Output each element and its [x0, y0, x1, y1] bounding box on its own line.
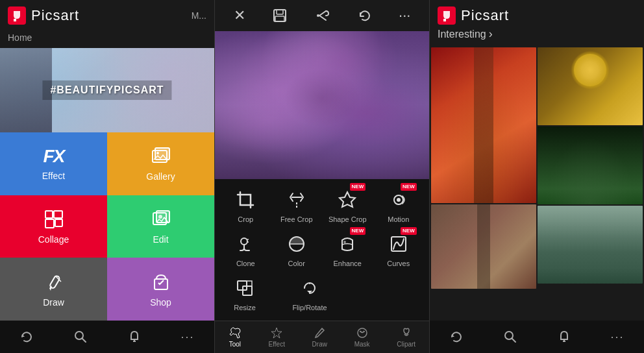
tool-motion[interactable]: NEW Motion	[379, 187, 418, 223]
editor-bottom-tabs: Tool Effect Draw Mask	[215, 321, 429, 353]
tool-shape-crop[interactable]: NEW Shape Crop	[328, 187, 367, 223]
curves-label: Curves	[387, 260, 410, 267]
tile-draw[interactable]: Draw	[0, 258, 107, 321]
svg-point-27	[241, 238, 247, 245]
tab-draw-label: Draw	[312, 341, 327, 348]
tile-shop[interactable]: Shop	[107, 258, 214, 321]
photo-train-tracks[interactable]	[431, 204, 536, 289]
tab-clipart[interactable]: Clipart	[397, 326, 415, 348]
home-header: Picsart M...	[0, 0, 214, 31]
picsart-logo-interesting	[438, 6, 456, 25]
svg-line-41	[512, 339, 516, 343]
bell-icon-interesting[interactable]	[557, 330, 571, 344]
svg-point-10	[158, 215, 162, 219]
tool-curves[interactable]: NEW Curves	[379, 231, 418, 267]
tile-collage[interactable]: Collage	[0, 195, 107, 258]
resize-label: Resize	[234, 304, 256, 311]
panel-interesting: Picsart Interesting ›	[430, 0, 644, 353]
home-banner: #BEAUTIFYPICSART	[0, 48, 214, 132]
photo-forest-dark[interactable]	[538, 127, 643, 204]
free-crop-label: Free Crop	[280, 215, 313, 223]
svg-point-3	[156, 152, 159, 154]
editor-toolbar: ✕ ···	[215, 0, 429, 31]
share-icon[interactable]	[314, 8, 330, 23]
curves-new-badge: NEW	[401, 227, 417, 235]
interesting-section-label: Interesting ›	[430, 27, 644, 46]
editor-more-icon[interactable]: ···	[399, 7, 410, 24]
svg-marker-24	[340, 192, 355, 207]
shape-crop-icon-wrap: NEW	[334, 187, 360, 213]
app-title-home: Picsart	[31, 7, 79, 24]
tab-effect-label: Effect	[269, 341, 285, 348]
banner-text: #BEAUTIFYPICSART	[42, 80, 171, 100]
crop-icon-wrap	[232, 187, 258, 213]
photo-foggy-forest[interactable]	[538, 206, 643, 284]
search-icon[interactable]	[73, 330, 88, 344]
tab-tool[interactable]: Tool	[229, 326, 242, 348]
tool-clone[interactable]: Clone	[226, 231, 265, 267]
save-icon[interactable]	[272, 8, 288, 23]
grid-col-left	[431, 47, 536, 319]
flower-overlay	[215, 31, 429, 179]
tab-tool-label: Tool	[229, 341, 241, 348]
picsart-logo	[8, 6, 26, 25]
draw-icon	[43, 271, 65, 293]
clipart-tab-icon	[400, 326, 413, 339]
tab-effect[interactable]: Effect	[269, 326, 285, 348]
enhance-label: Enhance	[334, 260, 362, 267]
clone-icon-wrap	[232, 231, 258, 257]
tool-resize[interactable]: Resize	[225, 275, 264, 311]
tool-free-crop[interactable]: Free Crop	[277, 187, 316, 223]
tile-gallery[interactable]: Gallery	[107, 132, 214, 195]
editor-canvas	[215, 31, 429, 179]
interesting-text: Interesting	[438, 29, 486, 40]
shape-crop-new-badge: NEW	[350, 183, 366, 191]
tile-effect[interactable]: FX Effect	[0, 132, 107, 195]
tile-edit[interactable]: Edit	[107, 195, 214, 258]
color-icon-wrap	[284, 231, 310, 257]
color-label: Color	[288, 260, 305, 267]
tool-tab-icon	[229, 326, 242, 339]
flip-rotate-icon-wrap	[297, 275, 323, 301]
svg-rect-0	[14, 19, 16, 21]
more-icon[interactable]: ···	[181, 330, 195, 344]
tab-mask[interactable]: Mask	[354, 326, 370, 348]
motion-icon-wrap: NEW	[386, 187, 412, 213]
tool-enhance[interactable]: NEW Enhance	[328, 231, 367, 267]
interesting-arrow[interactable]: ›	[489, 27, 493, 41]
tools-row-2: Clone Color NEW	[215, 230, 429, 274]
effect-label: Effect	[42, 171, 66, 181]
refresh-icon-interesting[interactable]	[449, 330, 464, 344]
collage-icon	[43, 208, 65, 230]
resize-icon-wrap	[232, 275, 258, 301]
flip-rotate-label: Flip/Rotate	[292, 304, 327, 311]
draw-label: Draw	[43, 297, 64, 308]
more-icon-interesting[interactable]: ···	[611, 330, 625, 344]
svg-point-37	[360, 331, 361, 332]
svg-rect-6	[45, 219, 54, 228]
tab-clipart-label: Clipart	[397, 341, 415, 348]
panel-home: Picsart M... Home #BEAUTIFYPICSART FX Ef…	[0, 0, 214, 353]
shape-crop-label: Shape Crop	[328, 215, 367, 223]
undo-icon[interactable]	[356, 8, 372, 23]
tool-flip-rotate[interactable]: Flip/Rotate	[290, 275, 329, 311]
effect-tab-icon	[270, 326, 283, 339]
tool-crop[interactable]: Crop	[226, 187, 265, 223]
close-icon[interactable]: ✕	[234, 7, 245, 24]
bell-icon[interactable]	[127, 330, 142, 344]
svg-rect-19	[277, 10, 283, 14]
gallery-icon	[150, 145, 172, 167]
svg-point-26	[397, 198, 401, 202]
svg-marker-35	[271, 328, 282, 338]
photo-sunflower[interactable]	[538, 47, 643, 125]
refresh-icon[interactable]	[19, 330, 34, 344]
tool-color[interactable]: Color	[277, 231, 316, 267]
home-tiles-grid: FX Effect Gallery	[0, 132, 214, 321]
home-bottom-bar: ···	[0, 321, 214, 353]
tab-draw[interactable]: Draw	[312, 326, 327, 348]
photo-grid	[430, 46, 644, 321]
search-icon-interesting[interactable]	[503, 330, 517, 344]
motion-label: Motion	[388, 215, 409, 223]
photo-autumn-path[interactable]	[431, 47, 536, 203]
svg-point-38	[364, 331, 365, 332]
